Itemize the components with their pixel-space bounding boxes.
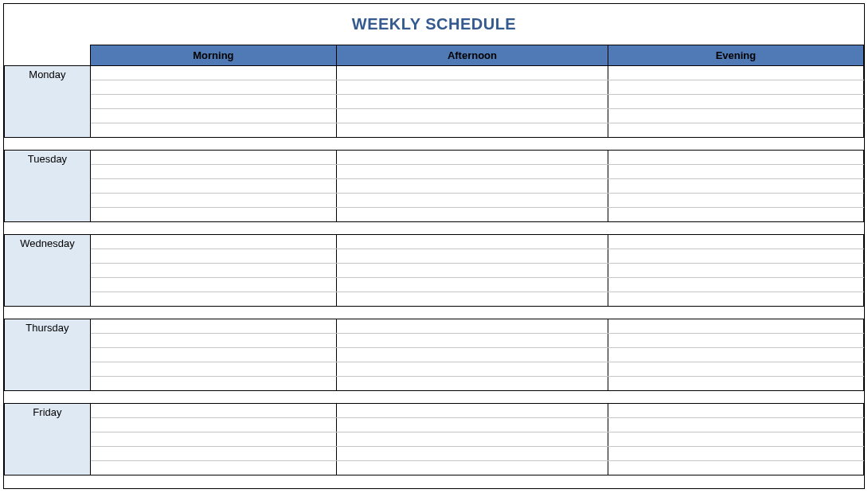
cell-monday-evening[interactable]	[608, 109, 863, 123]
spacer-row	[5, 475, 864, 488]
cell-tuesday-evening[interactable]	[608, 165, 863, 179]
cell-wednesday-morning[interactable]	[90, 249, 336, 264]
cell-thursday-morning[interactable]	[90, 362, 336, 377]
cell-tuesday-afternoon[interactable]	[336, 208, 608, 222]
cell-tuesday-evening[interactable]	[608, 151, 863, 165]
cell-tuesday-afternoon[interactable]	[336, 151, 608, 165]
cell-wednesday-afternoon[interactable]	[336, 292, 608, 307]
table-row: Tuesday	[5, 151, 864, 165]
cell-thursday-morning[interactable]	[90, 348, 336, 362]
spacer-row	[5, 307, 864, 319]
cell-thursday-afternoon[interactable]	[336, 362, 608, 377]
schedule-container: WEEKLY SCHEDULE Morning Afternoon Evenin…	[3, 3, 865, 489]
cell-wednesday-afternoon[interactable]	[336, 249, 608, 264]
cell-thursday-afternoon[interactable]	[336, 377, 608, 391]
cell-wednesday-afternoon[interactable]	[336, 235, 608, 249]
cell-monday-morning[interactable]	[90, 123, 336, 138]
cell-thursday-morning[interactable]	[90, 334, 336, 348]
cell-friday-evening[interactable]	[608, 461, 863, 475]
cell-monday-afternoon[interactable]	[336, 95, 608, 109]
table-row	[5, 418, 864, 432]
cell-friday-morning[interactable]	[90, 461, 336, 475]
cell-friday-afternoon[interactable]	[336, 404, 608, 418]
cell-tuesday-morning[interactable]	[90, 194, 336, 208]
table-row	[5, 165, 864, 179]
cell-thursday-evening[interactable]	[608, 334, 863, 348]
table-row: Monday	[5, 66, 864, 80]
cell-monday-morning[interactable]	[90, 109, 336, 123]
cell-friday-morning[interactable]	[90, 447, 336, 461]
cell-wednesday-evening[interactable]	[608, 292, 863, 307]
spacer-row	[5, 222, 864, 235]
table-row	[5, 80, 864, 95]
cell-tuesday-evening[interactable]	[608, 208, 863, 222]
day-label-wednesday: Wednesday	[5, 235, 91, 307]
cell-wednesday-morning[interactable]	[90, 235, 336, 249]
table-row: Friday	[5, 404, 864, 418]
cell-thursday-afternoon[interactable]	[336, 348, 608, 362]
cell-tuesday-morning[interactable]	[90, 165, 336, 179]
table-row	[5, 95, 864, 109]
cell-monday-morning[interactable]	[90, 95, 336, 109]
cell-wednesday-evening[interactable]	[608, 235, 863, 249]
cell-wednesday-morning[interactable]	[90, 292, 336, 307]
cell-monday-evening[interactable]	[608, 123, 863, 138]
cell-tuesday-afternoon[interactable]	[336, 165, 608, 179]
cell-friday-evening[interactable]	[608, 418, 863, 432]
table-row	[5, 249, 864, 264]
header-empty-cell	[5, 45, 91, 66]
cell-monday-afternoon[interactable]	[336, 109, 608, 123]
cell-tuesday-afternoon[interactable]	[336, 179, 608, 194]
cell-wednesday-evening[interactable]	[608, 264, 863, 278]
cell-friday-evening[interactable]	[608, 404, 863, 418]
cell-monday-afternoon[interactable]	[336, 123, 608, 138]
cell-tuesday-evening[interactable]	[608, 179, 863, 194]
cell-wednesday-afternoon[interactable]	[336, 278, 608, 292]
cell-tuesday-morning[interactable]	[90, 208, 336, 222]
cell-monday-afternoon[interactable]	[336, 66, 608, 80]
cell-thursday-evening[interactable]	[608, 362, 863, 377]
table-row	[5, 447, 864, 461]
day-label-friday: Friday	[5, 404, 91, 475]
cell-friday-evening[interactable]	[608, 432, 863, 447]
cell-friday-morning[interactable]	[90, 432, 336, 447]
cell-thursday-morning[interactable]	[90, 319, 336, 334]
cell-monday-evening[interactable]	[608, 95, 863, 109]
cell-tuesday-morning[interactable]	[90, 179, 336, 194]
day-label-tuesday: Tuesday	[5, 151, 91, 222]
cell-friday-evening[interactable]	[608, 447, 863, 461]
cell-friday-morning[interactable]	[90, 418, 336, 432]
day-label-monday: Monday	[5, 66, 91, 138]
table-row	[5, 123, 864, 138]
cell-monday-morning[interactable]	[90, 80, 336, 95]
spacer-row	[5, 391, 864, 404]
cell-tuesday-evening[interactable]	[608, 194, 863, 208]
column-header-evening: Evening	[608, 45, 863, 66]
cell-thursday-evening[interactable]	[608, 319, 863, 334]
cell-wednesday-afternoon[interactable]	[336, 264, 608, 278]
cell-wednesday-morning[interactable]	[90, 264, 336, 278]
cell-thursday-afternoon[interactable]	[336, 334, 608, 348]
cell-monday-morning[interactable]	[90, 66, 336, 80]
cell-wednesday-evening[interactable]	[608, 249, 863, 264]
table-row	[5, 334, 864, 348]
cell-monday-evening[interactable]	[608, 80, 863, 95]
cell-thursday-morning[interactable]	[90, 377, 336, 391]
cell-friday-afternoon[interactable]	[336, 432, 608, 447]
cell-tuesday-morning[interactable]	[90, 151, 336, 165]
cell-thursday-afternoon[interactable]	[336, 319, 608, 334]
cell-thursday-evening[interactable]	[608, 377, 863, 391]
cell-friday-morning[interactable]	[90, 404, 336, 418]
cell-monday-afternoon[interactable]	[336, 80, 608, 95]
cell-friday-afternoon[interactable]	[336, 461, 608, 475]
cell-monday-evening[interactable]	[608, 66, 863, 80]
cell-tuesday-afternoon[interactable]	[336, 194, 608, 208]
table-row	[5, 432, 864, 447]
cell-wednesday-evening[interactable]	[608, 278, 863, 292]
table-row	[5, 278, 864, 292]
cell-friday-afternoon[interactable]	[336, 447, 608, 461]
cell-friday-afternoon[interactable]	[336, 418, 608, 432]
cell-thursday-evening[interactable]	[608, 348, 863, 362]
cell-wednesday-morning[interactable]	[90, 278, 336, 292]
table-row	[5, 362, 864, 377]
